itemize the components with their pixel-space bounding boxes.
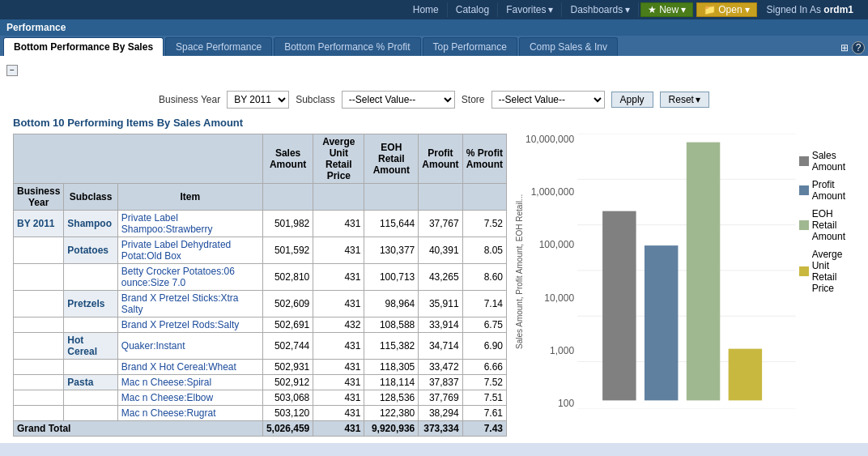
svg-rect-10 [729,349,762,401]
subclass-label: Subclass [296,94,335,105]
chart-container: Sales Amount, Profit Amount, EOH Retail.… [513,134,849,409]
legend-eoh: EOHRetailAmount [799,208,845,242]
grand-total-label: Grand Total [14,421,263,437]
col-header-eoh: EOH RetailAmount [364,134,419,184]
col-header-subclass: Subclass [64,184,117,211]
col-header-item: Item [117,184,262,211]
svg-rect-7 [602,211,636,401]
table-row: PastaMac n Cheese:Spiral502,912431118,11… [14,375,507,390]
chart-legend: SalesAmount ProfitAmount EOHRetailAmount [796,134,849,409]
reset-button[interactable]: Reset ▾ [660,92,709,108]
performance-table: SalesAmount Averge UnitRetailPrice EOH R… [13,134,507,437]
svg-rect-9 [687,143,720,401]
grand-total-row: Grand Total 5,026,459 431 9,920,936 373,… [14,421,507,437]
main-content: − Business Year BY 2011 Subclass --Selec… [0,56,868,443]
svg-rect-8 [645,245,678,400]
chevron-down-icon: ▾ [696,94,700,105]
chevron-down-icon: ▾ [681,4,686,15]
store-label: Store [462,94,485,105]
signed-in-label: Signed In As ordm1 [759,2,862,17]
window-title: Performance [0,19,868,36]
chevron-down-icon: ▾ [745,4,750,15]
table-row: PretzelsBrand X Pretzel Sticks:Xtra Salt… [14,291,507,317]
chart-area: Sales Amount, Profit Amount, EOH Retail.… [507,134,855,437]
nav-dashboards[interactable]: Dashboards ▾ [562,2,639,17]
apply-button[interactable]: Apply [611,92,653,108]
table-row: Brand X Pretzel Rods:Salty502,691432108,… [14,317,507,333]
table-row: Hot CerealQuaker:Instant502,744431115,38… [14,333,507,360]
new-button[interactable]: ★ New ▾ [640,2,693,17]
plus-icon: ★ [648,4,657,15]
legend-profit: ProfitAmount [799,179,845,202]
chart-inner: 10,000,000 1,000,000 100,000 10,000 1,00… [525,134,849,409]
subclass-select[interactable]: --Select Value-- [342,91,455,109]
nav-favorites[interactable]: Favorites ▾ [498,2,562,17]
tab-bottom-performance-by-sales[interactable]: Bottom Performance By Sales [3,37,164,56]
y-axis: 10,000,000 1,000,000 100,000 10,000 1,00… [525,134,577,409]
tab-top-performance[interactable]: Top Performance [423,37,517,56]
col-header-profit: ProfitAmount [419,134,462,184]
help-icon[interactable]: ? [852,41,865,54]
col-header-pct: % ProfitAmount [462,134,506,184]
legend-aur: AvergeUnitRetailPrice [799,249,845,294]
grand-total-sales: 5,026,459 [262,421,313,437]
table-row: Mac n Cheese:Elbow503,068431128,53637,76… [14,390,507,406]
filter-section: Business Year BY 2011 Subclass --Select … [6,83,862,113]
chevron-down-icon: ▾ [625,4,630,15]
tab-bar: Bottom Performance By Sales Space Perfor… [0,36,868,56]
store-select[interactable]: --Select Value-- [491,91,605,109]
tab-comp-sales-inv[interactable]: Comp Sales & Inv [519,37,618,56]
y-axis-label: Sales Amount, Profit Amount, EOH Retail.… [513,134,525,409]
table-chart-container: SalesAmount Averge UnitRetailPrice EOH R… [6,134,862,437]
grand-total-aur: 431 [313,421,364,437]
tab-space-performance[interactable]: Space Performance [165,37,272,56]
grand-total-pct: 7.43 [462,421,506,437]
col-header-aur: Averge UnitRetailPrice [313,134,364,184]
legend-sales: SalesAmount [799,150,845,173]
grid-icon[interactable]: ⊞ [840,42,849,53]
tab-bottom-performance-profit[interactable]: Bottom Performance % Profit [274,37,420,56]
collapse-button[interactable]: − [6,65,18,76]
grand-total-profit: 373,334 [419,421,462,437]
open-button[interactable]: 📁 Open ▾ [696,2,756,17]
nav-home[interactable]: Home [405,2,448,17]
grand-total-eoh: 9,920,936 [364,421,419,437]
table-row: Betty Crocker Potatoes:06 ounce:Size 7.0… [14,264,507,291]
chart-svg [577,134,796,409]
top-navigation: Home Catalog Favorites ▾ Dashboards ▾ ★ … [0,0,868,19]
table-row: PotatoesPrivate Label Dehydrated Potat:O… [14,237,507,264]
section-title: Bottom 10 Performing Items By Sales Amou… [6,113,862,134]
business-year-select[interactable]: BY 2011 [227,91,289,109]
nav-catalog[interactable]: Catalog [448,2,498,17]
table-row: Brand X Hot Cereal:Wheat502,931431118,30… [14,360,507,375]
table-row: Mac n Cheese:Rugrat503,120431122,38038,2… [14,406,507,421]
table-row: BY 2011ShampooPrivate Label Shampoo:Stra… [14,211,507,237]
col-header-by: BusinessYear [14,184,64,211]
folder-icon: 📁 [704,4,716,15]
col-header-sales: SalesAmount [262,134,313,184]
chevron-down-icon: ▾ [548,4,553,15]
business-year-label: Business Year [159,94,220,105]
